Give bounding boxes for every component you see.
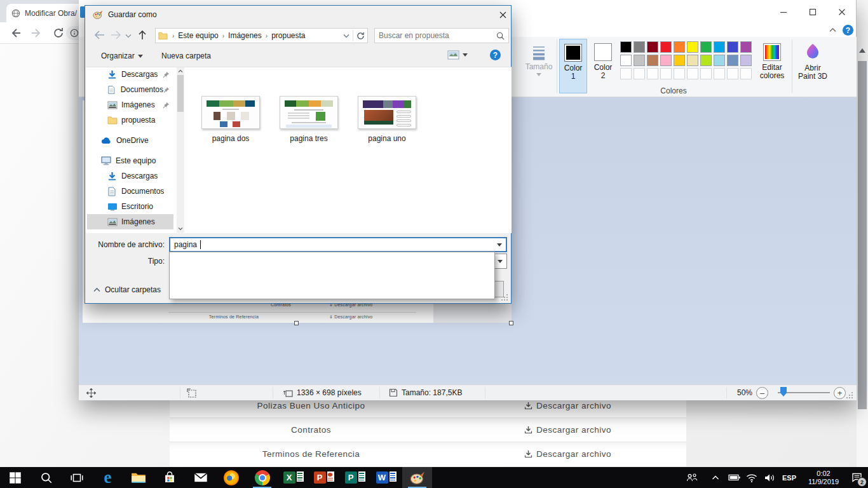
search-box[interactable] (374, 28, 509, 43)
refresh-icon[interactable] (356, 32, 365, 40)
sidebar-scrollbar[interactable] (177, 67, 184, 233)
palette-swatch[interactable] (687, 41, 698, 53)
palette-swatch[interactable] (647, 55, 658, 66)
palette-swatch-empty[interactable] (647, 68, 658, 79)
organize-menu[interactable]: Organizar (101, 51, 143, 60)
sidebar-item-onedrive[interactable]: OneDrive (87, 133, 173, 148)
taskbar-store-button[interactable] (154, 467, 184, 488)
volume-tray-icon[interactable] (760, 467, 779, 488)
filename-dropdown-icon[interactable] (497, 243, 502, 247)
sidebar-item-este-equipo[interactable]: Este equipo (87, 153, 173, 168)
palette-swatch[interactable] (634, 55, 645, 66)
task-view-button[interactable] (62, 467, 92, 488)
palette-swatch[interactable] (714, 41, 725, 53)
file-name[interactable]: pagina dos (196, 134, 266, 143)
browser-reload-icon[interactable] (52, 27, 65, 39)
battery-tray-icon[interactable] (724, 467, 743, 488)
taskbar-edge-button[interactable]: e (93, 467, 123, 488)
palette-swatch[interactable] (674, 41, 685, 53)
address-bar[interactable]: › Este equipo › Imágenes › propuesta (155, 28, 368, 43)
close-button[interactable] (834, 5, 850, 19)
edit-colors-button[interactable]: Editar colores (756, 39, 788, 93)
breadcrumb-segment[interactable]: propuesta (271, 31, 305, 40)
taskbar-powerpoint-button[interactable]: P (309, 467, 339, 488)
file-thumbnail-pagina-dos[interactable] (201, 96, 260, 129)
palette-swatch[interactable] (674, 55, 685, 66)
browser-back-icon[interactable] (9, 27, 22, 39)
filename-input[interactable]: pagina (169, 237, 507, 252)
clock[interactable]: 0:02 11/9/2019 (801, 467, 846, 488)
sidebar-item-escritorio[interactable]: Escritorio (87, 199, 173, 214)
palette-swatch[interactable] (687, 55, 698, 66)
palette-swatch[interactable] (634, 41, 645, 53)
breadcrumb-segment[interactable]: Este equipo (178, 31, 218, 40)
address-dropdown-icon[interactable] (343, 34, 349, 38)
history-dropdown-icon[interactable] (125, 34, 132, 38)
zoom-slider-thumb[interactable] (780, 387, 787, 396)
filename-autocomplete-dropdown[interactable] (169, 252, 495, 299)
download-link[interactable]: Descargar archivo (524, 425, 611, 435)
palette-swatch[interactable] (714, 55, 725, 66)
palette-swatch[interactable] (620, 41, 632, 53)
scrollbar-up-icon[interactable] (178, 69, 183, 73)
zoom-out-button[interactable]: – (756, 387, 768, 399)
color1-button[interactable]: Color 1 (559, 39, 587, 93)
download-link[interactable]: Descargar archivo (524, 401, 611, 410)
palette-swatch[interactable] (727, 41, 738, 53)
browser-scrollbar-thumb[interactable] (858, 61, 867, 409)
start-button[interactable] (0, 467, 30, 488)
maximize-button[interactable] (804, 5, 821, 19)
open-paint3d-button[interactable]: Abrir Paint 3D (796, 39, 830, 93)
taskbar-paint-button[interactable] (402, 467, 432, 488)
palette-swatch-empty[interactable] (714, 68, 725, 79)
palette-swatch-empty[interactable] (727, 68, 738, 79)
paint-help-icon[interactable]: ? (843, 25, 853, 36)
dialog-close-button[interactable] (494, 7, 512, 22)
minimize-button[interactable] (775, 5, 792, 19)
language-indicator[interactable]: ESP (779, 467, 799, 488)
taskbar-excel-button[interactable]: X (278, 467, 308, 488)
browser-forward-icon[interactable] (31, 27, 43, 39)
action-center-button[interactable]: 2 (845, 467, 868, 488)
dialog-forward-icon[interactable] (111, 30, 122, 40)
search-icon[interactable] (496, 32, 505, 40)
site-info-icon[interactable] (70, 29, 79, 37)
filetype-dropdown-icon[interactable] (498, 260, 503, 263)
file-thumbnail-pagina-uno[interactable] (358, 96, 416, 129)
dialog-help-icon[interactable]: ? (490, 50, 501, 60)
search-input[interactable] (379, 31, 487, 40)
dialog-resize-grip[interactable] (501, 294, 508, 301)
sidebar-item-imagenes-pinned[interactable]: Imágenes (87, 97, 173, 112)
canvas-resize-handle-bottom[interactable] (294, 321, 299, 325)
taskbar-search-button[interactable] (31, 467, 61, 488)
palette-swatch-empty[interactable] (740, 68, 752, 79)
taskbar-publisher-button[interactable]: P (340, 467, 370, 488)
scrollbar-down-icon[interactable] (178, 227, 183, 231)
file-name[interactable]: pagina tres (274, 134, 344, 143)
taskbar-firefox-button[interactable] (216, 467, 246, 488)
sidebar-item-propuesta[interactable]: propuesta (87, 112, 173, 128)
file-thumbnail-pagina-tres[interactable] (280, 96, 338, 129)
zoom-in-button[interactable]: + (834, 387, 846, 399)
palette-swatch[interactable] (700, 55, 712, 66)
palette-swatch[interactable] (660, 55, 672, 66)
sidebar-scrollbar-thumb[interactable] (177, 75, 184, 112)
up-one-level-icon[interactable] (137, 29, 147, 41)
palette-swatch[interactable] (660, 41, 672, 53)
sidebar-item-imagenes-selected[interactable]: Imágenes (87, 214, 173, 229)
dialog-back-icon[interactable] (93, 30, 105, 40)
color2-button[interactable]: Color 2 (590, 39, 616, 93)
palette-swatch[interactable] (620, 55, 632, 66)
palette-swatch-empty[interactable] (700, 68, 712, 79)
hide-folders-button[interactable]: Ocultar carpetas (93, 285, 161, 294)
palette-swatch[interactable] (647, 41, 658, 53)
taskbar-file-explorer-button[interactable] (123, 467, 153, 488)
download-link[interactable]: Descargar archivo (524, 449, 611, 459)
sidebar-item-descargas[interactable]: Descargas (87, 168, 173, 184)
palette-swatch[interactable] (740, 41, 752, 53)
people-tray-icon[interactable] (681, 467, 703, 488)
breadcrumb-segment[interactable]: Imágenes (228, 31, 262, 40)
palette-swatch-empty[interactable] (634, 68, 645, 79)
sidebar-item-documentos-pinned[interactable]: Documentos (87, 82, 173, 97)
window-resize-grip[interactable] (846, 391, 853, 398)
